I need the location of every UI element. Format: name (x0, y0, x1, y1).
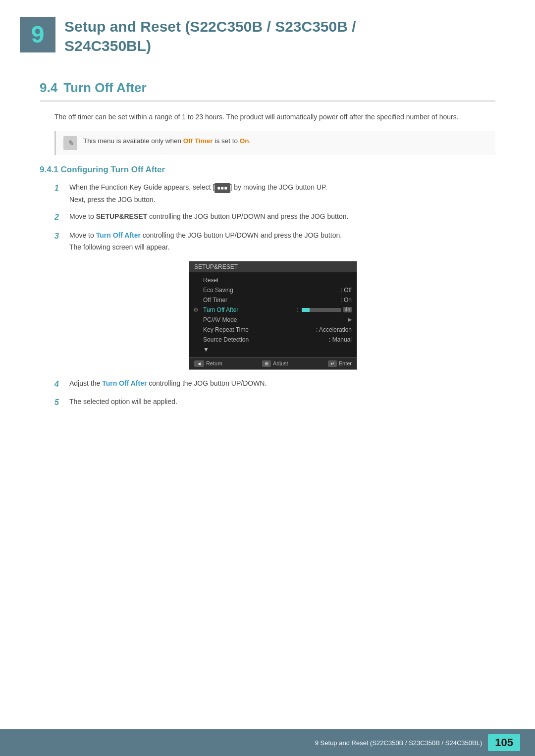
page-number: 105 (488, 734, 520, 751)
note-suffix: . (249, 137, 251, 145)
progress-bar-inner (302, 308, 310, 312)
step-1-num: 1 (54, 182, 65, 195)
menu-value-keyrepeat: : Acceleration (316, 326, 352, 333)
main-content: 9.4Turn Off After The off timer can be s… (0, 65, 535, 445)
step-2-content: Move to SETUP&RESET controlling the JOG … (69, 211, 495, 222)
step-4: 4 Adjust the Turn Off After controlling … (54, 378, 495, 391)
menu-row-more: ▼ (189, 345, 357, 354)
note-prefix: This menu is available only when (83, 137, 183, 145)
screen-container: SETUP&RESET Reset Eco Saving : Off Off T… (51, 261, 495, 370)
footer-label-return: Return (206, 360, 222, 366)
menu-label-offtimer: Off Timer (203, 297, 337, 303)
jog-button-icon: ■■■ (214, 183, 230, 193)
progress-bar-wrap: 4h (302, 307, 352, 312)
footer-btn-enter: ↵ (328, 360, 337, 367)
arrow-right-icon: ▶ (348, 316, 352, 323)
menu-value-offtimer: : On (340, 297, 352, 303)
footer-adjust: ⊕ Adjust (262, 360, 288, 367)
menu-value-ecosaving: : Off (341, 287, 352, 294)
step-2-bold: SETUP&RESET (96, 212, 147, 220)
footer-enter: ↵ Enter (328, 360, 352, 367)
step-1-line2: Next, press the JOG button. (69, 194, 495, 205)
footer-label-adjust: Adjust (273, 360, 288, 366)
chapter-title: Setup and Reset (S22C350B / S23C350B / S… (64, 15, 356, 55)
body-paragraph: The off timer can be set within a range … (40, 111, 495, 122)
step-5: 5 The selected option will be applied. (54, 396, 495, 409)
screen-header: SETUP&RESET (189, 261, 357, 272)
chapter-title-line1: Setup and Reset (S22C350B / S23C350B / (64, 18, 356, 35)
menu-value-turnoffafter: : (297, 306, 299, 313)
menu-row-sourcedetect: Source Detection : Manual (189, 335, 357, 345)
section-num: 9.4 (40, 80, 57, 95)
screen-mockup: SETUP&RESET Reset Eco Saving : Off Off T… (189, 261, 357, 370)
note-highlight2: On (240, 137, 249, 145)
section-title: 9.4Turn Off After (40, 75, 495, 101)
step-1: 1 When the Function Key Guide appears, s… (54, 182, 495, 205)
step-5-num: 5 (54, 396, 65, 409)
note-icon: ✎ (63, 136, 77, 150)
note-mid: is set to (213, 137, 240, 145)
step-3-line2: The following screen will appear. (69, 242, 495, 252)
menu-label-more: ▼ (203, 346, 352, 353)
section-label: Turn Off After (63, 80, 147, 95)
menu-label-sourcedetect: Source Detection (203, 336, 326, 343)
footer-btn-adjust: ⊕ (262, 360, 271, 367)
steps-list-2: 4 Adjust the Turn Off After controlling … (40, 378, 495, 409)
note-block: ✎ This menu is available only when Off T… (54, 131, 495, 155)
progress-bar-outer (302, 308, 341, 312)
page-footer: 9 Setup and Reset (S22C350B / S23C350B /… (0, 729, 535, 756)
note-highlight1: Off Timer (183, 137, 213, 145)
subsection-num: 9.4.1 (40, 165, 58, 174)
menu-label-pcavmode: PC/AV Mode (203, 316, 346, 323)
footer-chapter-text: 9 Setup and Reset (S22C350B / S23C350B /… (315, 739, 482, 747)
step-3-content: Move to Turn Off After controlling the J… (69, 230, 495, 253)
menu-row-ecosaving: Eco Saving : Off (189, 285, 357, 295)
menu-value-sourcedetect: : Manual (329, 336, 352, 343)
step-4-bold: Turn Off After (102, 379, 147, 387)
menu-label-turnoffafter: Turn Off After (203, 306, 294, 313)
footer-return: ◄ Return (194, 360, 222, 367)
step-2: 2 Move to SETUP&RESET controlling the JO… (54, 211, 495, 224)
step-2-num: 2 (54, 211, 65, 224)
gear-icon: ⚙ (193, 306, 199, 313)
chapter-title-line2: S24C350BL) (64, 38, 151, 54)
menu-label-ecosaving: Eco Saving (203, 287, 338, 294)
chapter-number: 9 (31, 23, 45, 47)
menu-row-keyrepeat: Key Repeat Time : Acceleration (189, 325, 357, 335)
menu-row-pcavmode: PC/AV Mode ▶ (189, 315, 357, 325)
screen-footer: ◄ Return ⊕ Adjust ↵ Enter (189, 357, 357, 369)
step-4-num: 4 (54, 378, 65, 391)
menu-row-reset: Reset (189, 275, 357, 285)
step-3-num: 3 (54, 230, 65, 243)
step-4-content: Adjust the Turn Off After controlling th… (69, 378, 495, 389)
steps-list: 1 When the Function Key Guide appears, s… (40, 182, 495, 252)
subsection-title: 9.4.1 Configuring Turn Off After (40, 165, 495, 175)
menu-row-offtimer: Off Timer : On (189, 295, 357, 305)
screen-menu: Reset Eco Saving : Off Off Timer : On ⚙ … (189, 272, 357, 357)
menu-label-reset: Reset (203, 277, 352, 284)
header-block: 9 Setup and Reset (S22C350B / S23C350B /… (0, 0, 535, 65)
progress-label: 4h (343, 307, 352, 312)
chapter-number-box: 9 (20, 17, 55, 52)
step-5-content: The selected option will be applied. (69, 396, 495, 407)
step-1-content: When the Function Key Guide appears, sel… (69, 182, 495, 205)
footer-btn-return: ◄ (194, 360, 204, 367)
footer-label-enter: Enter (339, 360, 352, 366)
step-3: 3 Move to Turn Off After controlling the… (54, 230, 495, 253)
menu-label-keyrepeat: Key Repeat Time (203, 326, 313, 333)
step-3-bold: Turn Off After (96, 231, 141, 239)
note-text: This menu is available only when Off Tim… (83, 136, 251, 146)
menu-row-turnoffafter: ⚙ Turn Off After : 4h (189, 305, 357, 315)
subsection-label: Configuring Turn Off After (61, 165, 165, 174)
